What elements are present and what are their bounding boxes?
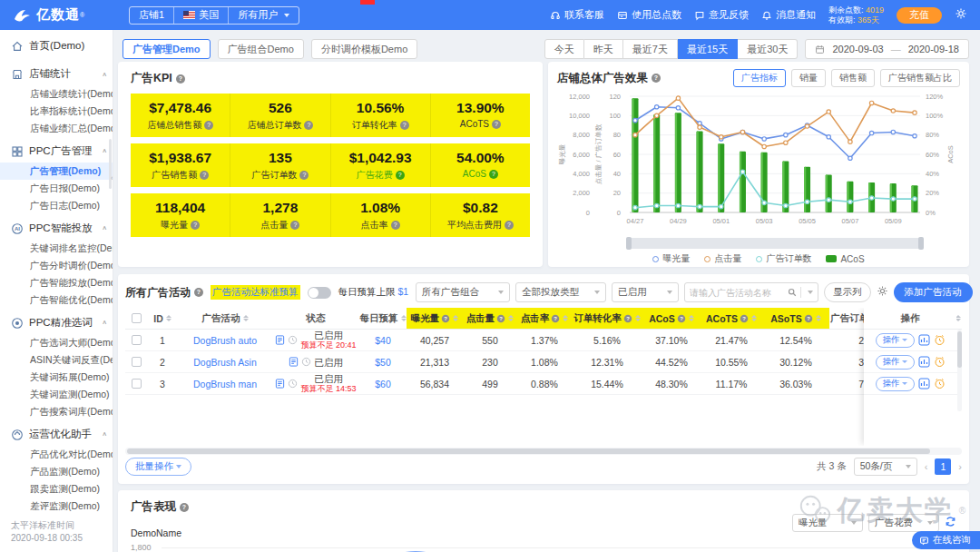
sidebar-item-1-0[interactable]: 广告管理(Demo) [0,163,113,180]
column-header-acots[interactable]: ACoTS? [701,308,762,329]
campaign-search-input[interactable] [690,288,784,298]
sidebar-group-0[interactable]: 店铺统计∧ [0,60,113,85]
sidebar-item-1-2[interactable]: 广告日志(Demo) [0,197,113,214]
menu-contact-support[interactable]: 联系客服 [550,8,604,22]
budget-alert-toggle[interactable] [308,287,331,299]
slider-handle-left[interactable] [626,237,632,250]
info-icon[interactable]: ? [204,121,213,130]
sidebar-item-2-1[interactable]: 广告分时调价(Demo) [0,257,113,274]
refresh-button[interactable] [945,515,956,531]
preset-3[interactable]: 最近15天 [678,39,738,59]
store-region[interactable]: 美国 [173,7,228,24]
info-icon[interactable]: ? [200,171,209,180]
info-icon[interactable]: ? [176,74,185,84]
info-icon[interactable]: ? [299,171,309,180]
date-start[interactable]: 2020-09-03 [832,44,883,54]
sidebar-item-0-0[interactable]: 店铺业绩统计(Demo) [0,85,113,103]
store-users[interactable]: 所有用户 [228,7,299,24]
sidebar-group-3[interactable]: PPC精准选词∧ [0,309,113,334]
store-selector[interactable]: 店铺1 美国 所有用户 [129,6,299,25]
campaign-link[interactable]: DogBrush Asin [193,357,256,368]
filter-targeting-select[interactable]: 全部投放类型 [515,282,606,302]
report-doc-icon[interactable] [275,335,285,345]
select-all-checkbox[interactable] [132,313,142,323]
chevron-up-icon[interactable]: ∧ [102,225,107,232]
perf-metric-select-1[interactable]: 曝光量 [792,514,863,532]
row-report-icon[interactable] [918,356,930,368]
row-checkbox[interactable] [132,357,142,367]
info-icon[interactable]: ? [180,503,189,512]
sidebar-item-3-0[interactable]: 广告选词大师(Demo) [0,334,113,351]
next-page-button[interactable]: › [958,461,962,472]
page-size-select[interactable]: 50条/页 [854,458,917,476]
filter-status-select[interactable]: 已启用 [612,282,679,302]
info-icon[interactable]: ? [652,74,661,83]
prev-page-button[interactable]: ‹ [925,461,928,472]
sort-icon[interactable] [816,315,821,321]
tab-2[interactable]: 分时调价模板Demo [311,39,417,59]
sort-icon[interactable] [751,315,757,321]
budget-alert-link[interactable]: 广告活动达标准预算 [211,285,300,300]
bulk-actions-button[interactable]: 批量操作 [125,458,191,476]
sidebar-item-2-0[interactable]: 关键词排名监控(Demo) [0,240,113,257]
row-schedule-icon[interactable] [934,378,946,389]
display-columns-button[interactable]: 显示列 [824,282,871,302]
sidebar-item-3-4[interactable]: 广告搜索词库(Demo) [0,403,113,420]
column-header-impressions[interactable]: 曝光量? [407,308,463,329]
preset-2[interactable]: 最近7天 [623,39,678,59]
settings-button[interactable] [955,7,967,24]
row-report-icon[interactable] [918,334,930,346]
sidebar-group-2[interactable]: AIPPC智能投放∧ [0,214,113,240]
chevron-up-icon[interactable]: ∧ [102,431,107,438]
effect-btn-0[interactable]: 广告指标 [733,69,786,87]
preset-4[interactable]: 最近30天 [738,39,798,59]
column-header-clicks[interactable]: 点击量? [463,308,517,329]
menu-notifications[interactable]: 消息通知 [761,8,816,22]
legend-item-点击量[interactable]: 点击量 [704,252,741,265]
sort-icon[interactable] [401,315,407,321]
chart-datazoom-slider[interactable] [626,238,924,249]
sort-icon[interactable] [243,315,249,321]
sidebar-item-1-1[interactable]: 广告日报(Demo) [0,180,113,197]
sidebar-item-2-2[interactable]: 广告智能投放(Demo) [0,274,113,291]
sort-icon[interactable] [563,315,568,321]
row-checkbox[interactable] [132,335,142,345]
column-header-id[interactable]: ID [147,308,178,329]
row-schedule-icon[interactable] [934,334,946,346]
table-settings-button[interactable] [877,284,888,301]
table-vertical-scrollbar[interactable] [957,330,962,411]
report-doc-icon[interactable] [275,379,285,389]
chevron-up-icon[interactable]: ∧ [102,148,107,154]
sort-icon[interactable] [453,315,458,321]
info-icon[interactable]: ? [497,314,505,322]
column-header-asots[interactable]: ASoTS? [762,308,829,329]
sort-icon[interactable] [508,315,514,321]
legend-item-ACoS[interactable]: ACoS [826,254,864,264]
report-doc-icon[interactable] [289,357,299,367]
app-logo[interactable]: 亿数通® [13,6,122,24]
recharge-button[interactable]: 充值 [897,7,942,24]
chevron-up-icon[interactable]: ∧ [102,320,107,326]
info-icon[interactable]: ? [442,314,450,322]
info-icon[interactable]: ? [740,314,749,322]
filter-portfolio-select[interactable]: 所有广告组合 [416,282,510,302]
info-icon[interactable]: ? [492,120,501,129]
info-icon[interactable]: ? [304,121,313,130]
row-checkbox[interactable] [132,379,142,389]
campaign-link[interactable]: DogBrush man [193,379,257,389]
column-header-cvr[interactable]: 订单转化率? [572,308,642,329]
sidebar-item-2-3[interactable]: 广告智能优化(Demo) [0,291,113,309]
effect-btn-2[interactable]: 销售额 [831,69,875,87]
sidebar-item-4-3[interactable]: 差评监测(Demo) [0,498,113,515]
sidebar-item-4-0[interactable]: 产品优化对比(Demo) [0,446,113,463]
budget-value[interactable]: $50 [375,357,391,368]
legend-item-曝光量[interactable]: 曝光量 [652,252,690,265]
sidebar-item-0-1[interactable]: 比率指标统计(Demo) [0,103,113,120]
column-header-budget[interactable]: 每日预算 [359,308,407,329]
online-chat-button[interactable]: 在线咨询 [912,531,980,549]
effect-btn-1[interactable]: 销量 [791,69,826,87]
sidebar-item-4-1[interactable]: 产品监测(Demo) [0,463,113,480]
menu-points-package[interactable]: 使用总点数 [617,8,681,22]
campaign-link[interactable]: DogBrush auto [193,335,257,346]
date-end[interactable]: 2020-09-18 [908,44,959,54]
